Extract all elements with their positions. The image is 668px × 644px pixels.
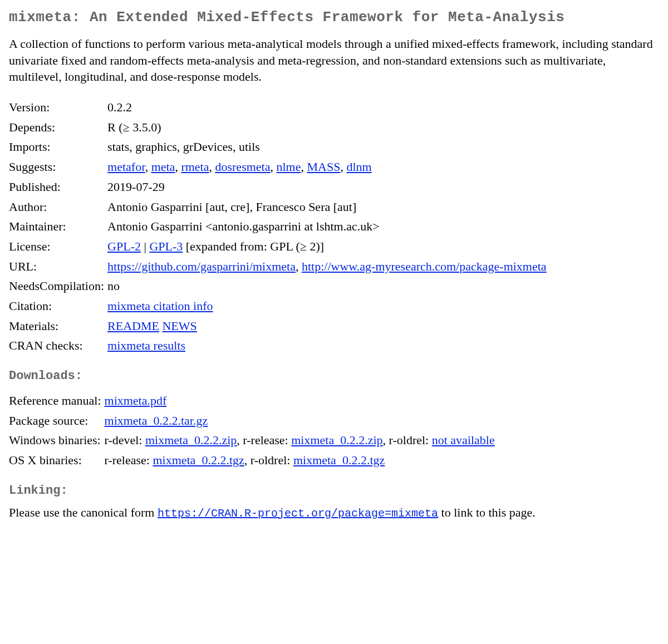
package-description: A collection of functions to perform var… bbox=[9, 36, 659, 85]
label-maintainer: Maintainer: bbox=[9, 217, 107, 237]
table-row: CRAN checks: mixmeta results bbox=[9, 336, 549, 356]
value-suggests: metafor, meta, rmeta, dosresmeta, nlme, … bbox=[107, 157, 549, 177]
value-needscompilation: no bbox=[107, 276, 549, 296]
suggests-link[interactable]: MASS bbox=[307, 160, 340, 174]
suggests-link[interactable]: dosresmeta bbox=[215, 160, 270, 174]
label-needscompilation: NeedsCompilation: bbox=[9, 276, 107, 296]
win-devel-link[interactable]: mixmeta_0.2.2.zip bbox=[145, 433, 237, 447]
win-release-link[interactable]: mixmeta_0.2.2.zip bbox=[291, 433, 382, 447]
suggests-link[interactable]: metafor bbox=[107, 160, 145, 174]
table-row: OS X binaries: r-release: mixmeta_0.2.2.… bbox=[9, 450, 497, 470]
value-maintainer: Antonio Gasparrini <antonio.gasparrini a… bbox=[107, 217, 549, 237]
suggests-link[interactable]: nlme bbox=[276, 160, 301, 174]
table-row: License: GPL-2 | GPL-3 [expanded from: G… bbox=[9, 237, 549, 257]
value-cranchecks: mixmeta results bbox=[107, 336, 549, 356]
table-row: Reference manual: mixmeta.pdf bbox=[9, 391, 497, 411]
downloads-table: Reference manual: mixmeta.pdf Package so… bbox=[9, 391, 497, 470]
citation-link[interactable]: mixmeta citation info bbox=[107, 299, 213, 313]
downloads-heading: Downloads: bbox=[9, 369, 659, 383]
label-refmanual: Reference manual: bbox=[9, 391, 105, 411]
license-link[interactable]: GPL-3 bbox=[149, 239, 183, 253]
url-link[interactable]: https://github.com/gasparrini/mixmeta bbox=[107, 259, 296, 273]
table-row: Author: Antonio Gasparrini [aut, cre], F… bbox=[9, 197, 549, 217]
value-url: https://github.com/gasparrini/mixmeta, h… bbox=[107, 257, 549, 277]
label-imports: Imports: bbox=[9, 137, 107, 157]
value-author: Antonio Gasparrini [aut, cre], Francesco… bbox=[107, 197, 549, 217]
value-winbinaries: r-devel: mixmeta_0.2.2.zip, r-release: m… bbox=[105, 430, 497, 450]
value-license: GPL-2 | GPL-3 [expanded from: GPL (≥ 2)] bbox=[107, 237, 549, 257]
osx-oldrel-link[interactable]: mixmeta_0.2.2.tgz bbox=[293, 453, 385, 467]
label-url: URL: bbox=[9, 257, 107, 277]
label-version: Version: bbox=[9, 97, 107, 117]
materials-link[interactable]: README bbox=[107, 319, 159, 333]
win-oldrel-link[interactable]: not available bbox=[432, 433, 495, 447]
summary-table: Version: 0.2.2 Depends: R (≥ 3.5.0) Impo… bbox=[9, 97, 549, 356]
table-row: Windows binaries: r-devel: mixmeta_0.2.2… bbox=[9, 430, 497, 450]
label-depends: Depends: bbox=[9, 117, 107, 137]
label-winbinaries: Windows binaries: bbox=[9, 430, 105, 450]
cranchecks-link[interactable]: mixmeta results bbox=[107, 338, 185, 352]
label-citation: Citation: bbox=[9, 296, 107, 316]
materials-link[interactable]: NEWS bbox=[162, 319, 197, 333]
value-osxbinaries: r-release: mixmeta_0.2.2.tgz, r-oldrel: … bbox=[105, 450, 497, 470]
source-link[interactable]: mixmeta_0.2.2.tar.gz bbox=[105, 414, 208, 427]
table-row: Maintainer: Antonio Gasparrini <antonio.… bbox=[9, 217, 549, 237]
value-published: 2019-07-29 bbox=[107, 177, 549, 197]
linking-paragraph: Please use the canonical form https://CR… bbox=[9, 505, 659, 520]
value-materials: README NEWS bbox=[107, 316, 549, 336]
suggests-link[interactable]: dlnm bbox=[346, 160, 371, 174]
label-osxbinaries: OS X binaries: bbox=[9, 450, 105, 470]
label-materials: Materials: bbox=[9, 316, 107, 336]
label-cranchecks: CRAN checks: bbox=[9, 336, 107, 356]
page-title: mixmeta: An Extended Mixed-Effects Frame… bbox=[9, 9, 659, 26]
suggests-link[interactable]: rmeta bbox=[181, 160, 209, 174]
table-row: Suggests: metafor, meta, rmeta, dosresme… bbox=[9, 157, 549, 177]
table-row: NeedsCompilation: no bbox=[9, 276, 549, 296]
osx-release-link[interactable]: mixmeta_0.2.2.tgz bbox=[153, 453, 244, 467]
table-row: URL: https://github.com/gasparrini/mixme… bbox=[9, 257, 549, 277]
table-row: Citation: mixmeta citation info bbox=[9, 296, 549, 316]
table-row: Published: 2019-07-29 bbox=[9, 177, 549, 197]
license-link[interactable]: GPL-2 bbox=[107, 239, 141, 253]
value-depends: R (≥ 3.5.0) bbox=[107, 117, 549, 137]
canonical-link[interactable]: https://CRAN.R-project.org/package=mixme… bbox=[158, 507, 438, 520]
label-suggests: Suggests: bbox=[9, 157, 107, 177]
refmanual-link[interactable]: mixmeta.pdf bbox=[105, 394, 167, 407]
value-citation: mixmeta citation info bbox=[107, 296, 549, 316]
label-published: Published: bbox=[9, 177, 107, 197]
suggests-link[interactable]: meta bbox=[151, 160, 175, 174]
table-row: Imports: stats, graphics, grDevices, uti… bbox=[9, 137, 549, 157]
value-refmanual: mixmeta.pdf bbox=[105, 391, 497, 411]
url-link[interactable]: http://www.ag-myresearch.com/package-mix… bbox=[302, 259, 547, 273]
table-row: Depends: R (≥ 3.5.0) bbox=[9, 117, 549, 137]
value-imports: stats, graphics, grDevices, utils bbox=[107, 137, 549, 157]
label-author: Author: bbox=[9, 197, 107, 217]
label-license: License: bbox=[9, 237, 107, 257]
table-row: Materials: README NEWS bbox=[9, 316, 549, 336]
value-source: mixmeta_0.2.2.tar.gz bbox=[105, 411, 497, 431]
value-version: 0.2.2 bbox=[107, 97, 549, 117]
linking-heading: Linking: bbox=[9, 484, 659, 498]
label-source: Package source: bbox=[9, 411, 105, 431]
table-row: Version: 0.2.2 bbox=[9, 97, 549, 117]
table-row: Package source: mixmeta_0.2.2.tar.gz bbox=[9, 411, 497, 431]
